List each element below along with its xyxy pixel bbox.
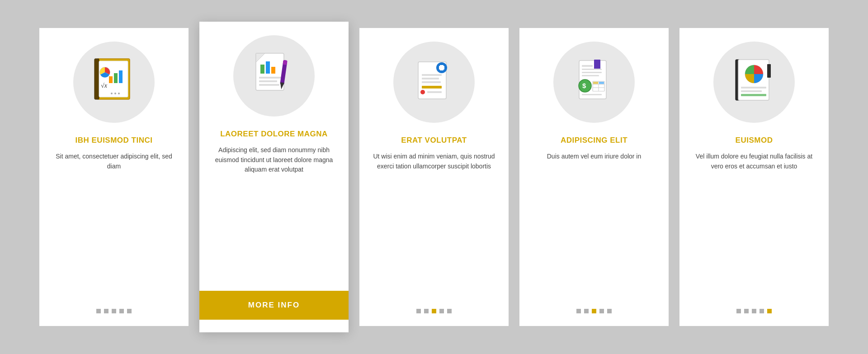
card-1-title: IBH EUISMOD TINCI bbox=[75, 135, 153, 145]
dot bbox=[119, 309, 124, 313]
svg-rect-4 bbox=[119, 70, 123, 83]
svg-rect-36 bbox=[582, 72, 602, 73]
dot bbox=[439, 309, 444, 313]
svg-rect-45 bbox=[599, 82, 604, 84]
pie-book-icon bbox=[729, 55, 779, 109]
card-3-title: ERAT VOLUTPAT bbox=[401, 135, 467, 145]
dot bbox=[104, 309, 108, 313]
card-3-icon-circle bbox=[393, 42, 475, 123]
svg-rect-18 bbox=[259, 84, 279, 86]
dot bbox=[112, 309, 116, 313]
svg-text:$: $ bbox=[582, 82, 586, 89]
card-4-dots bbox=[576, 309, 612, 313]
dot bbox=[127, 309, 132, 313]
svg-rect-14 bbox=[266, 61, 270, 74]
card-5: EUISMOD Vel illum dolore eu feugiat null… bbox=[679, 28, 829, 326]
svg-rect-29 bbox=[422, 86, 442, 88]
card-1-icon-circle: √x bbox=[73, 42, 155, 123]
svg-rect-44 bbox=[593, 82, 598, 84]
dot-active bbox=[592, 309, 596, 313]
card-4-title: ADIPISCING ELIT bbox=[561, 135, 627, 145]
svg-rect-27 bbox=[422, 78, 439, 79]
card-2-title: LAOREET DOLORE MAGNA bbox=[220, 129, 328, 139]
svg-rect-2 bbox=[99, 61, 128, 97]
card-1-dots bbox=[96, 309, 132, 313]
svg-rect-34 bbox=[582, 65, 593, 67]
svg-rect-37 bbox=[582, 75, 599, 76]
dot bbox=[584, 309, 589, 313]
svg-rect-52 bbox=[741, 94, 766, 96]
svg-rect-33 bbox=[594, 60, 600, 70]
svg-rect-28 bbox=[422, 81, 441, 83]
svg-rect-1 bbox=[94, 59, 99, 99]
more-info-button[interactable]: MORE INFO bbox=[199, 291, 349, 320]
svg-text:√x: √x bbox=[101, 82, 108, 89]
dot bbox=[416, 309, 421, 313]
svg-rect-53 bbox=[767, 64, 771, 78]
card-4-icon-circle: $ bbox=[553, 42, 635, 123]
report-pen-icon bbox=[249, 49, 299, 103]
card-2: LAOREET DOLORE MAGNA Adipiscing elit, se… bbox=[199, 22, 349, 332]
dot bbox=[447, 309, 452, 313]
svg-rect-25 bbox=[439, 66, 444, 70]
svg-rect-21 bbox=[283, 60, 287, 65]
add-document-icon bbox=[409, 55, 459, 109]
dot-active bbox=[767, 309, 772, 313]
svg-rect-46 bbox=[582, 94, 602, 95]
svg-rect-16 bbox=[259, 77, 282, 79]
card-5-icon-circle bbox=[713, 42, 795, 123]
dot bbox=[744, 309, 749, 313]
card-3-dots bbox=[416, 309, 452, 313]
card-5-title: EUISMOD bbox=[736, 135, 773, 145]
card-4-desc: Duis autem vel eum iriure dolor in bbox=[547, 152, 642, 298]
dot bbox=[576, 309, 581, 313]
card-1-desc: Sit amet, consectetuer adipiscing elit, … bbox=[52, 152, 176, 298]
dot bbox=[760, 309, 764, 313]
svg-point-8 bbox=[111, 93, 113, 94]
svg-rect-5 bbox=[109, 76, 113, 83]
dot bbox=[736, 309, 741, 313]
dot-active bbox=[432, 309, 436, 313]
cards-container: √x IBH EUISMOD TINCI Sit amet, consectet… bbox=[0, 10, 868, 344]
svg-point-9 bbox=[114, 93, 116, 94]
svg-rect-13 bbox=[260, 65, 264, 74]
card-1: √x IBH EUISMOD TINCI Sit amet, consectet… bbox=[39, 28, 189, 326]
svg-point-30 bbox=[420, 90, 425, 94]
card-2-desc: Adipiscing elit, sed diam nonummy nibh e… bbox=[212, 145, 336, 280]
card-5-dots bbox=[736, 309, 772, 313]
svg-rect-31 bbox=[427, 91, 442, 93]
svg-rect-3 bbox=[114, 73, 118, 83]
svg-rect-26 bbox=[422, 74, 442, 76]
svg-point-10 bbox=[118, 93, 120, 94]
svg-rect-51 bbox=[741, 90, 762, 92]
finance-doc-icon: $ bbox=[569, 55, 619, 109]
svg-rect-35 bbox=[582, 69, 602, 70]
card-3: ERAT VOLUTPAT Ut wisi enim ad minim veni… bbox=[359, 28, 509, 326]
dot bbox=[607, 309, 612, 313]
math-book-icon: √x bbox=[89, 55, 139, 109]
card-2-icon-circle bbox=[233, 35, 315, 116]
dot bbox=[752, 309, 756, 313]
dot bbox=[96, 309, 101, 313]
dot bbox=[424, 309, 429, 313]
dot bbox=[599, 309, 604, 313]
svg-rect-15 bbox=[271, 67, 275, 74]
svg-rect-50 bbox=[741, 87, 766, 88]
card-4: $ ADIPISCING ELIT Duis autem vel eum iri… bbox=[519, 28, 669, 326]
card-3-desc: Ut wisi enim ad minim veniam, quis nostr… bbox=[372, 152, 496, 298]
svg-rect-17 bbox=[259, 80, 277, 82]
card-5-desc: Vel illum dolore eu feugiat nulla facili… bbox=[692, 152, 816, 298]
